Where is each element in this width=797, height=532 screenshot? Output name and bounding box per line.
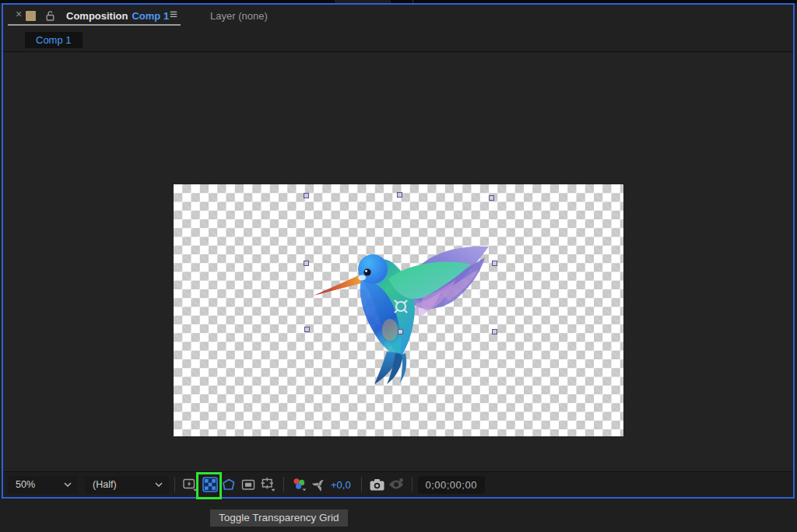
current-time-field[interactable]: 0;00;00;00 <box>418 476 485 494</box>
selection-handle-mid-right[interactable] <box>492 261 497 266</box>
mask-shape-path-visibility-icon[interactable] <box>219 474 239 495</box>
selection-handle-mid-left[interactable] <box>304 261 309 266</box>
show-channel-icon[interactable] <box>290 474 309 495</box>
selection-handle-top-left[interactable] <box>304 193 309 198</box>
tab-composition-title: Composition <box>66 10 128 22</box>
toolbar-separator <box>361 477 362 492</box>
tab-composition[interactable]: CompositionComp 1 <box>66 10 169 22</box>
reset-exposure-icon[interactable] <box>309 474 328 495</box>
panel-color-swatch-icon <box>26 11 36 21</box>
close-panel-icon[interactable]: × <box>16 8 22 20</box>
toolbar-separator <box>412 477 413 492</box>
composition-toolbar: 50% (Half) <box>3 471 793 497</box>
selection-handle-bottom-center[interactable] <box>398 329 403 334</box>
chevron-down-icon <box>64 482 72 487</box>
after-effects-workspace: × CompositionComp 1 ≡ Layer (none) Comp … <box>0 0 797 532</box>
chevron-down-icon <box>155 482 163 487</box>
resolution-value: (Half) <box>93 479 117 490</box>
selection-handle-top-center[interactable] <box>397 192 402 198</box>
tab-composition-comp-name: Comp 1 <box>132 10 169 22</box>
toolbar-separator <box>283 477 284 492</box>
snapshot-camera-icon[interactable] <box>367 474 387 495</box>
show-snapshot-icon[interactable] <box>387 474 406 495</box>
unlock-icon[interactable] <box>45 10 55 25</box>
selection-handle-top-right[interactable] <box>489 195 494 201</box>
tab-layer[interactable]: Layer (none) <box>210 10 268 22</box>
resolution-dropdown[interactable]: (Half) <box>85 476 169 494</box>
selection-handle-bottom-right[interactable] <box>492 329 497 334</box>
toolbar-separator <box>174 477 175 492</box>
selection-handle-bottom-left[interactable] <box>304 327 310 332</box>
composition-panel: × CompositionComp 1 ≡ Layer (none) Comp … <box>2 3 795 499</box>
panel-menu-icon[interactable]: ≡ <box>170 7 177 23</box>
magnification-dropdown[interactable]: 50% <box>8 476 78 494</box>
magnification-value: 50% <box>16 479 35 490</box>
active-tab-underline <box>8 24 181 26</box>
composition-viewport[interactable] <box>3 52 793 471</box>
exposure-value[interactable]: +0,0 <box>331 479 351 491</box>
tooltip: Toggle Transparency Grid <box>210 509 348 527</box>
anchor-point-icon[interactable] <box>390 296 412 317</box>
comp-navigator-button[interactable]: Comp 1 <box>25 32 83 48</box>
region-of-interest-icon[interactable] <box>239 474 258 495</box>
annotation-highlight-box <box>196 472 222 499</box>
grid-and-guide-options-icon[interactable] <box>258 474 278 495</box>
